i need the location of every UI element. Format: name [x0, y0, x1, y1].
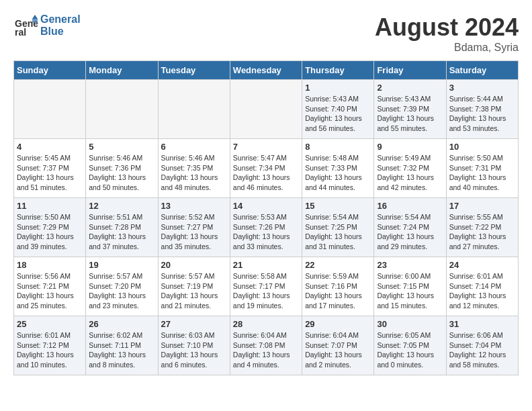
location: Bdama, Syria: [375, 42, 519, 54]
calendar-cell: 9Sunrise: 5:49 AM Sunset: 7:32 PM Daylig…: [374, 139, 446, 198]
day-info: Sunrise: 5:52 AM Sunset: 7:27 PM Dayligh…: [161, 212, 227, 252]
day-info: Sunrise: 6:01 AM Sunset: 7:12 PM Dayligh…: [17, 330, 83, 370]
weekday-header-thursday: Thursday: [302, 61, 374, 80]
day-number: 23: [377, 260, 443, 270]
day-number: 28: [233, 319, 299, 329]
day-info: Sunrise: 5:43 AM Sunset: 7:39 PM Dayligh…: [377, 94, 443, 134]
day-info: Sunrise: 5:48 AM Sunset: 7:33 PM Dayligh…: [305, 153, 371, 193]
calendar-cell: 14Sunrise: 5:53 AM Sunset: 7:26 PM Dayli…: [230, 198, 302, 257]
day-number: 1: [305, 83, 371, 93]
month-year: August 2024: [375, 13, 519, 42]
day-info: Sunrise: 5:57 AM Sunset: 7:20 PM Dayligh…: [89, 271, 154, 311]
svg-marker-2: [32, 15, 38, 19]
weekday-header-sunday: Sunday: [14, 61, 86, 80]
day-number: 14: [233, 201, 299, 211]
logo-line2: Blue: [40, 26, 81, 38]
calendar-cell: 31Sunrise: 6:06 AM Sunset: 7:04 PM Dayli…: [446, 316, 518, 375]
day-info: Sunrise: 6:04 AM Sunset: 7:07 PM Dayligh…: [305, 330, 371, 370]
day-number: 9: [377, 142, 443, 152]
calendar-cell: 27Sunrise: 6:03 AM Sunset: 7:10 PM Dayli…: [158, 316, 230, 375]
day-number: 13: [161, 201, 227, 211]
day-number: 30: [377, 319, 443, 329]
day-number: 21: [233, 260, 299, 270]
day-number: 15: [305, 201, 371, 211]
calendar-cell: 18Sunrise: 5:56 AM Sunset: 7:21 PM Dayli…: [14, 257, 86, 316]
calendar-cell: 25Sunrise: 6:01 AM Sunset: 7:12 PM Dayli…: [14, 316, 86, 375]
day-info: Sunrise: 5:50 AM Sunset: 7:31 PM Dayligh…: [449, 153, 515, 193]
weekday-header-friday: Friday: [374, 61, 446, 80]
day-info: Sunrise: 5:51 AM Sunset: 7:28 PM Dayligh…: [89, 212, 154, 252]
calendar-cell: [86, 80, 158, 139]
day-info: Sunrise: 5:50 AM Sunset: 7:29 PM Dayligh…: [17, 212, 83, 252]
calendar-cell: 26Sunrise: 6:02 AM Sunset: 7:11 PM Dayli…: [86, 316, 158, 375]
weekday-header-saturday: Saturday: [446, 61, 518, 80]
calendar-cell: 29Sunrise: 6:04 AM Sunset: 7:07 PM Dayli…: [302, 316, 374, 375]
day-number: 20: [161, 260, 227, 270]
calendar-week-5: 25Sunrise: 6:01 AM Sunset: 7:12 PM Dayli…: [14, 316, 519, 375]
day-info: Sunrise: 5:54 AM Sunset: 7:24 PM Dayligh…: [377, 212, 443, 252]
day-info: Sunrise: 5:46 AM Sunset: 7:35 PM Dayligh…: [161, 153, 227, 193]
calendar-cell: 3Sunrise: 5:44 AM Sunset: 7:38 PM Daylig…: [446, 80, 518, 139]
day-number: 8: [305, 142, 371, 152]
calendar-cell: 8Sunrise: 5:48 AM Sunset: 7:33 PM Daylig…: [302, 139, 374, 198]
day-info: Sunrise: 6:06 AM Sunset: 7:04 PM Dayligh…: [449, 330, 515, 370]
calendar-cell: 30Sunrise: 6:05 AM Sunset: 7:05 PM Dayli…: [374, 316, 446, 375]
day-number: 19: [89, 260, 154, 270]
day-info: Sunrise: 5:47 AM Sunset: 7:34 PM Dayligh…: [233, 153, 299, 193]
calendar-cell: 28Sunrise: 6:04 AM Sunset: 7:08 PM Dayli…: [230, 316, 302, 375]
day-info: Sunrise: 5:58 AM Sunset: 7:17 PM Dayligh…: [233, 271, 299, 311]
day-number: 12: [89, 201, 154, 211]
calendar-cell: 21Sunrise: 5:58 AM Sunset: 7:17 PM Dayli…: [230, 257, 302, 316]
calendar-week-3: 11Sunrise: 5:50 AM Sunset: 7:29 PM Dayli…: [14, 198, 519, 257]
calendar-cell: 4Sunrise: 5:45 AM Sunset: 7:37 PM Daylig…: [14, 139, 86, 198]
day-number: 2: [377, 83, 443, 93]
day-number: 16: [377, 201, 443, 211]
day-number: 25: [17, 319, 83, 329]
day-info: Sunrise: 6:00 AM Sunset: 7:15 PM Dayligh…: [377, 271, 443, 311]
day-info: Sunrise: 5:56 AM Sunset: 7:21 PM Dayligh…: [17, 271, 83, 311]
calendar-cell: 2Sunrise: 5:43 AM Sunset: 7:39 PM Daylig…: [374, 80, 446, 139]
day-info: Sunrise: 5:55 AM Sunset: 7:22 PM Dayligh…: [449, 212, 515, 252]
day-number: 26: [89, 319, 154, 329]
day-info: Sunrise: 6:01 AM Sunset: 7:14 PM Dayligh…: [449, 271, 515, 311]
calendar-cell: 23Sunrise: 6:00 AM Sunset: 7:15 PM Dayli…: [374, 257, 446, 316]
day-info: Sunrise: 5:57 AM Sunset: 7:19 PM Dayligh…: [161, 271, 227, 311]
calendar-cell: 19Sunrise: 5:57 AM Sunset: 7:20 PM Dayli…: [86, 257, 158, 316]
svg-text:ral: ral: [15, 27, 26, 38]
day-number: 4: [17, 142, 83, 152]
calendar-cell: [14, 80, 86, 139]
svg-marker-3: [32, 19, 38, 23]
calendar-week-4: 18Sunrise: 5:56 AM Sunset: 7:21 PM Dayli…: [14, 257, 519, 316]
day-number: 7: [233, 142, 299, 152]
weekday-header-monday: Monday: [86, 61, 158, 80]
day-info: Sunrise: 6:03 AM Sunset: 7:10 PM Dayligh…: [161, 330, 227, 370]
day-number: 11: [17, 201, 83, 211]
logo: Gene ral General Blue: [13, 13, 81, 38]
calendar-cell: 11Sunrise: 5:50 AM Sunset: 7:29 PM Dayli…: [14, 198, 86, 257]
day-number: 27: [161, 319, 227, 329]
day-number: 22: [305, 260, 371, 270]
calendar-cell: 22Sunrise: 5:59 AM Sunset: 7:16 PM Dayli…: [302, 257, 374, 316]
day-info: Sunrise: 5:45 AM Sunset: 7:37 PM Dayligh…: [17, 153, 83, 193]
calendar-cell: 1Sunrise: 5:43 AM Sunset: 7:40 PM Daylig…: [302, 80, 374, 139]
day-info: Sunrise: 5:53 AM Sunset: 7:26 PM Dayligh…: [233, 212, 299, 252]
calendar-cell: 10Sunrise: 5:50 AM Sunset: 7:31 PM Dayli…: [446, 139, 518, 198]
calendar-cell: 20Sunrise: 5:57 AM Sunset: 7:19 PM Dayli…: [158, 257, 230, 316]
calendar-cell: 24Sunrise: 6:01 AM Sunset: 7:14 PM Dayli…: [446, 257, 518, 316]
day-info: Sunrise: 5:46 AM Sunset: 7:36 PM Dayligh…: [89, 153, 154, 193]
day-number: 6: [161, 142, 227, 152]
weekday-header-wednesday: Wednesday: [230, 61, 302, 80]
day-info: Sunrise: 5:43 AM Sunset: 7:40 PM Dayligh…: [305, 94, 371, 134]
weekday-header-tuesday: Tuesday: [158, 61, 230, 80]
logo-icon: Gene ral: [13, 13, 38, 38]
day-info: Sunrise: 5:49 AM Sunset: 7:32 PM Dayligh…: [377, 153, 443, 193]
day-number: 18: [17, 260, 83, 270]
calendar-table: SundayMondayTuesdayWednesdayThursdayFrid…: [13, 60, 519, 375]
calendar-cell: 5Sunrise: 5:46 AM Sunset: 7:36 PM Daylig…: [86, 139, 158, 198]
day-number: 17: [449, 201, 515, 211]
logo-line1: General: [40, 13, 81, 26]
day-info: Sunrise: 5:54 AM Sunset: 7:25 PM Dayligh…: [305, 212, 371, 252]
calendar-cell: 13Sunrise: 5:52 AM Sunset: 7:27 PM Dayli…: [158, 198, 230, 257]
calendar-week-2: 4Sunrise: 5:45 AM Sunset: 7:37 PM Daylig…: [14, 139, 519, 198]
day-number: 10: [449, 142, 515, 152]
